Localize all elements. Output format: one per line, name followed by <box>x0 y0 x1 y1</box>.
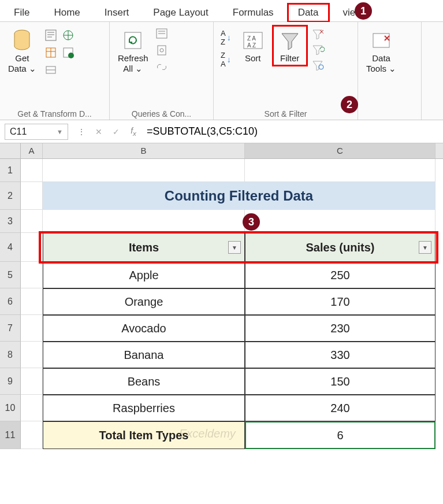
fx-icon[interactable]: fx <box>125 126 142 137</box>
filter-dropdown-sales[interactable]: ▼ <box>419 241 431 254</box>
title-cell[interactable]: Counting Filtered Data <box>43 182 435 210</box>
tab-data[interactable]: Data <box>288 3 329 22</box>
name-box[interactable]: C11 ▼ <box>5 124 68 140</box>
svg-point-5 <box>68 53 74 58</box>
callout-2: 2 <box>341 96 358 113</box>
row-header[interactable]: 7 <box>0 315 21 342</box>
sales-cell[interactable]: 230 <box>245 315 435 342</box>
accept-formula-icon[interactable]: ✓ <box>107 127 125 136</box>
fx-separator-icon: ⋮ <box>73 127 90 136</box>
svg-text:Z A: Z A <box>247 35 256 42</box>
database-icon <box>12 28 32 53</box>
properties-icon[interactable] <box>155 45 168 58</box>
sales-cell[interactable]: 330 <box>245 342 435 368</box>
group-label-queries: Queries & Con... <box>114 107 209 118</box>
row-header[interactable]: 5 <box>0 262 21 288</box>
row-header[interactable]: 2 <box>0 182 21 210</box>
refresh-icon <box>121 28 144 53</box>
sales-cell[interactable]: 240 <box>245 395 435 421</box>
col-header-C[interactable]: C <box>245 143 435 158</box>
chevron-down-icon: ▼ <box>57 128 63 135</box>
item-cell[interactable]: Beans <box>43 368 245 395</box>
svg-rect-1 <box>46 30 56 40</box>
funnel-icon <box>278 28 301 53</box>
data-tools-button[interactable]: Data Tools ⌄ <box>363 25 400 76</box>
clear-filter-icon[interactable] <box>311 28 325 41</box>
sort-desc-button[interactable]: ZA ↓ <box>218 50 233 69</box>
select-all-cell[interactable] <box>0 143 21 158</box>
tab-page-layout[interactable]: Page Layout <box>143 3 218 22</box>
from-web-icon[interactable] <box>61 28 76 43</box>
sort-asc-icon: AZ <box>221 29 226 46</box>
worksheet: A B C 1 2 Counting Filtered Data 3 3 4 I… <box>0 143 443 449</box>
advanced-filter-icon[interactable] <box>311 59 325 72</box>
svg-point-14 <box>319 65 323 69</box>
svg-rect-7 <box>125 32 141 49</box>
sales-cell[interactable]: 150 <box>245 368 435 395</box>
filter-dropdown-items[interactable]: ▼ <box>228 241 241 254</box>
row-header[interactable]: 10 <box>0 395 21 421</box>
row-header[interactable]: 6 <box>0 288 21 315</box>
queries-icon[interactable] <box>155 28 168 41</box>
sort-dialog-icon: Z AA Z <box>241 28 265 53</box>
recent-sources-icon[interactable] <box>61 45 76 60</box>
row-header[interactable]: 4 <box>0 233 21 262</box>
sort-button[interactable]: Z AA Z Sort <box>237 25 269 66</box>
sort-asc-button[interactable]: AZ ↓ <box>218 28 233 47</box>
group-label-data-tools <box>363 116 416 118</box>
reapply-filter-icon[interactable] <box>311 43 325 57</box>
svg-rect-15 <box>373 34 389 47</box>
formula-input[interactable] <box>142 123 443 140</box>
filter-button[interactable]: Filter <box>273 25 307 66</box>
total-label-cell[interactable]: Total Item Types <box>43 421 245 449</box>
group-label-transform: Get & Transform D... <box>5 107 105 118</box>
item-cell[interactable]: Avocado <box>43 315 245 342</box>
row-header[interactable]: 8 <box>0 342 21 368</box>
col-header-B[interactable]: B <box>43 143 245 158</box>
group-label-sort-filter: Sort & Filter <box>218 107 353 118</box>
row-header[interactable]: 1 <box>0 159 21 182</box>
svg-point-10 <box>160 49 163 52</box>
cancel-formula-icon[interactable]: ✕ <box>90 127 107 136</box>
row-header[interactable]: 9 <box>0 368 21 395</box>
item-cell[interactable]: Raspberries <box>43 395 245 421</box>
data-tools-icon <box>370 28 393 53</box>
tab-file[interactable]: File <box>3 3 40 22</box>
get-data-button[interactable]: Get Data ⌄ <box>5 25 40 76</box>
callout-3: 3 <box>243 213 260 231</box>
header-items[interactable]: Items ▼ <box>43 233 245 262</box>
refresh-all-button[interactable]: Refresh All ⌄ <box>114 25 152 76</box>
existing-conn-icon[interactable] <box>43 62 58 77</box>
header-sales[interactable]: Sales (units) ▼ <box>245 233 435 262</box>
item-cell[interactable]: Banana <box>43 342 245 368</box>
callout-1: 1 <box>355 2 372 20</box>
sort-desc-icon: ZA <box>221 51 226 68</box>
svg-rect-9 <box>158 46 166 55</box>
ribbon-tabs: File Home Insert Page Layout Formulas Da… <box>0 0 443 22</box>
item-cell[interactable]: Apple <box>43 262 245 288</box>
from-text-icon[interactable] <box>43 28 58 43</box>
sales-cell[interactable]: 250 <box>245 262 435 288</box>
from-table-icon[interactable] <box>43 45 58 60</box>
tab-formulas[interactable]: Formulas <box>222 3 284 22</box>
formula-bar-row: C11 ▼ ⋮ ✕ ✓ fx <box>0 120 443 143</box>
tab-home[interactable]: Home <box>43 3 90 22</box>
row-header[interactable]: 3 <box>0 210 21 233</box>
ribbon: Get Data ⌄ Get & Transform D... Refresh … <box>0 22 443 120</box>
svg-text:A Z: A Z <box>247 42 256 49</box>
tab-insert[interactable]: Insert <box>94 3 140 22</box>
col-header-A[interactable]: A <box>21 143 43 158</box>
sales-cell[interactable]: 170 <box>245 288 435 315</box>
row-header[interactable]: 11 <box>0 421 21 449</box>
edit-links-icon[interactable] <box>155 61 168 75</box>
total-value-cell[interactable]: 6 <box>245 421 435 449</box>
item-cell[interactable]: Orange <box>43 288 245 315</box>
